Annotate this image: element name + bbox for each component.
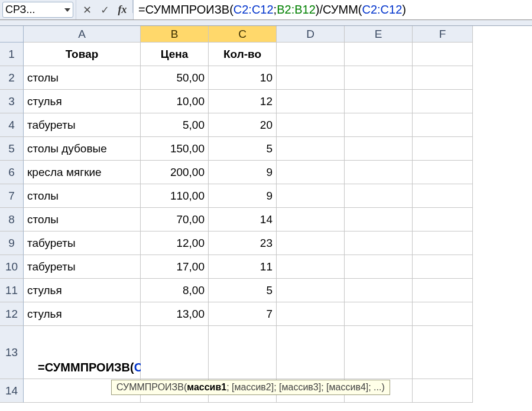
cell[interactable]: 50,00 (141, 66, 209, 90)
cell[interactable]: табуреты (24, 255, 141, 279)
cell[interactable]: Цена (141, 43, 209, 66)
cell[interactable] (277, 90, 345, 113)
cell[interactable] (277, 231, 345, 255)
cell[interactable]: 200,00 (141, 161, 209, 184)
row-header[interactable]: 6 (0, 161, 24, 184)
cell[interactable]: 9 (209, 161, 277, 184)
worksheet[interactable]: A B C D E F 1 Товар Цена Кол-во 2 столы … (0, 26, 532, 403)
row-header[interactable]: 13 (0, 326, 24, 379)
cell[interactable] (345, 137, 413, 161)
cell[interactable]: 9 (209, 184, 277, 208)
cell[interactable] (277, 113, 345, 137)
cell[interactable] (413, 90, 473, 113)
cell[interactable] (277, 326, 345, 379)
cell[interactable]: стулья (24, 90, 141, 113)
row-header[interactable]: 1 (0, 43, 24, 66)
cell[interactable] (413, 255, 473, 279)
cell[interactable]: 5 (209, 279, 277, 302)
cell[interactable]: столы (24, 184, 141, 208)
cell[interactable]: кресла мягкие (24, 161, 141, 184)
col-header-d[interactable]: D (277, 26, 345, 43)
cell[interactable]: 12,00 (141, 231, 209, 255)
cell[interactable] (345, 43, 413, 66)
fx-icon[interactable]: fx (117, 4, 128, 16)
cell[interactable] (345, 326, 413, 379)
cell[interactable] (413, 137, 473, 161)
col-header-c[interactable]: C (209, 26, 277, 43)
cell[interactable]: табуреты (24, 231, 141, 255)
cell[interactable] (413, 379, 473, 403)
row-header[interactable]: 5 (0, 137, 24, 161)
cell[interactable]: 10 (209, 66, 277, 90)
cell[interactable]: 5 (209, 137, 277, 161)
cell[interactable]: 20 (209, 113, 277, 137)
cell[interactable] (413, 161, 473, 184)
cell[interactable] (345, 161, 413, 184)
cell[interactable]: 5,00 (141, 113, 209, 137)
cell[interactable]: 7 (209, 302, 277, 326)
cell[interactable]: табуреты (24, 113, 141, 137)
col-header-f[interactable]: F (413, 26, 473, 43)
row-header[interactable]: 7 (0, 184, 24, 208)
cell[interactable] (277, 302, 345, 326)
cell[interactable]: 150,00 (141, 137, 209, 161)
cell[interactable] (413, 326, 473, 379)
active-cell[interactable]: =СУММПРОИЗВ(C2:C12;B2:B12)/СУММ(C2:C12) … (24, 326, 141, 379)
cell[interactable] (277, 208, 345, 231)
row-header[interactable]: 8 (0, 208, 24, 231)
cell[interactable]: Товар (24, 43, 141, 66)
cell[interactable] (277, 161, 345, 184)
cell[interactable]: 110,00 (141, 184, 209, 208)
row-header[interactable]: 4 (0, 113, 24, 137)
cell[interactable]: 70,00 (141, 208, 209, 231)
cell[interactable] (277, 43, 345, 66)
cell[interactable] (345, 208, 413, 231)
cell[interactable] (277, 137, 345, 161)
cell[interactable] (345, 113, 413, 137)
cell[interactable]: стулья (24, 302, 141, 326)
cell[interactable] (277, 184, 345, 208)
cell[interactable]: 10,00 (141, 90, 209, 113)
cell[interactable]: 8,00 (141, 279, 209, 302)
cell[interactable] (413, 184, 473, 208)
cell[interactable] (345, 90, 413, 113)
cell[interactable] (345, 255, 413, 279)
formula-input[interactable]: =СУММПРОИЗВ(C2:C12;B2:B12)/СУММ(C2:C12) (133, 0, 532, 19)
cell[interactable] (413, 113, 473, 137)
col-header-a[interactable]: A (24, 26, 141, 43)
col-header-e[interactable]: E (345, 26, 413, 43)
cell[interactable] (141, 326, 209, 379)
row-header[interactable]: 3 (0, 90, 24, 113)
row-header[interactable]: 11 (0, 279, 24, 302)
cell[interactable] (413, 279, 473, 302)
cell[interactable] (413, 208, 473, 231)
name-box[interactable]: СРЗ... (2, 2, 73, 18)
cell[interactable] (413, 66, 473, 90)
cell[interactable] (345, 231, 413, 255)
row-header[interactable]: 9 (0, 231, 24, 255)
cell[interactable] (345, 66, 413, 90)
cell[interactable]: Кол-во (209, 43, 277, 66)
cell[interactable] (209, 326, 277, 379)
enter-icon[interactable]: ✓ (99, 4, 110, 17)
cell[interactable]: столы дубовые (24, 137, 141, 161)
cell[interactable] (277, 66, 345, 90)
cell[interactable] (413, 231, 473, 255)
cell[interactable] (345, 302, 413, 326)
cell[interactable] (413, 302, 473, 326)
cell[interactable]: стулья (24, 279, 141, 302)
cell[interactable] (345, 184, 413, 208)
cell[interactable]: столы (24, 66, 141, 90)
cell[interactable]: столы (24, 208, 141, 231)
cell[interactable] (277, 255, 345, 279)
cell[interactable]: 13,00 (141, 302, 209, 326)
cancel-icon[interactable]: ✕ (82, 4, 92, 17)
cell[interactable]: 12 (209, 90, 277, 113)
cell[interactable] (277, 279, 345, 302)
row-header[interactable]: 2 (0, 66, 24, 90)
cell[interactable]: 23 (209, 231, 277, 255)
row-header[interactable]: 12 (0, 302, 24, 326)
select-all-corner[interactable] (0, 26, 24, 43)
cell[interactable]: 17,00 (141, 255, 209, 279)
cell[interactable]: 14 (209, 208, 277, 231)
